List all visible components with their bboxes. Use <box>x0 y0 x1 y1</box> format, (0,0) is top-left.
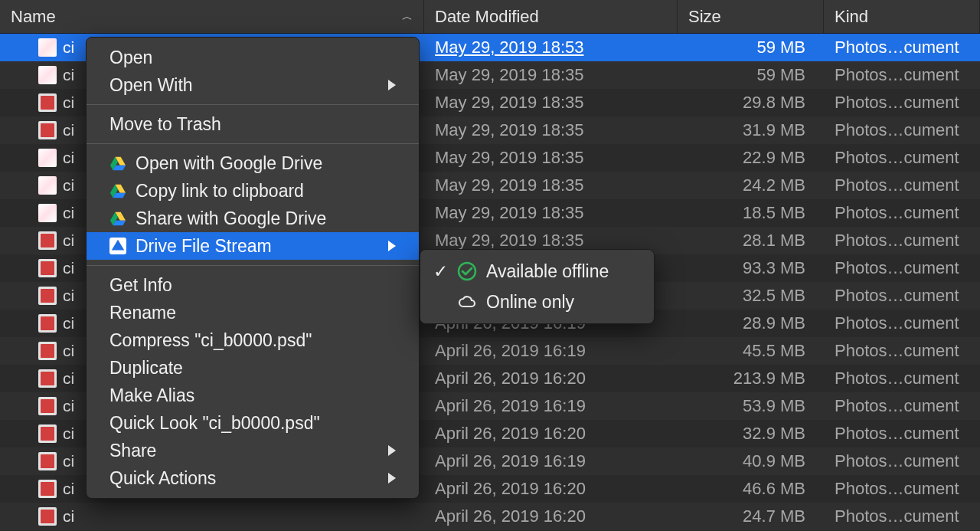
menu-make-alias-label: Make Alias <box>109 385 194 406</box>
file-date-cell: May 29, 2019 18:53 <box>424 34 678 61</box>
column-header-name[interactable]: Name ︿ <box>0 0 424 33</box>
file-kind-cell: Photos…cument <box>824 116 980 144</box>
file-kind-label: Photos…cument <box>835 93 959 113</box>
file-date-label: May 29, 2019 18:35 <box>435 120 583 140</box>
file-kind-cell: Photos…cument <box>824 310 980 337</box>
file-size-cell: 46.6 MB <box>678 475 824 503</box>
file-name-label: ci <box>63 149 74 167</box>
menu-move-to-trash[interactable]: Move to Trash <box>87 110 419 138</box>
menu-open[interactable]: Open <box>87 44 419 71</box>
menu-drive-file-stream[interactable]: Drive File Stream <box>87 232 419 260</box>
submenu-arrow-icon <box>388 241 396 251</box>
file-kind-label: Photos…cument <box>835 175 959 195</box>
cloud-icon <box>457 292 477 312</box>
submenu-available-offline[interactable]: ✓ Available offline <box>420 256 654 287</box>
file-kind-cell: Photos…cument <box>824 447 980 475</box>
file-date-cell: May 29, 2019 18:35 <box>424 172 678 199</box>
menu-open-with[interactable]: Open With <box>87 71 419 99</box>
column-header-kind[interactable]: Kind <box>824 0 980 33</box>
menu-duplicate[interactable]: Duplicate <box>87 354 419 382</box>
menu-duplicate-label: Duplicate <box>109 358 183 379</box>
file-name-cell: ci <box>0 503 424 530</box>
file-thumbnail-icon <box>38 231 57 250</box>
file-thumbnail-icon <box>38 149 57 167</box>
checkmark-icon: ✓ <box>433 261 448 282</box>
column-header-date[interactable]: Date Modified <box>424 0 678 33</box>
menu-copy-link-label: Copy link to clipboard <box>136 181 304 202</box>
file-kind-label: Photos…cument <box>835 148 959 168</box>
menu-quick-look[interactable]: Quick Look "ci_b0000.psd" <box>87 409 419 437</box>
column-header-name-label: Name <box>11 7 56 27</box>
menu-quick-look-label: Quick Look "ci_b0000.psd" <box>109 413 320 434</box>
submenu-online-only[interactable]: Online only <box>420 287 654 317</box>
file-date-cell: May 29, 2019 18:35 <box>424 116 678 144</box>
file-size-cell: 32.5 MB <box>678 282 824 310</box>
file-size-label: 46.6 MB <box>743 479 805 499</box>
file-kind-label: Photos…cument <box>835 451 959 471</box>
file-name-label: ci <box>63 452 74 470</box>
file-kind-cell: Photos…cument <box>824 337 980 365</box>
file-size-cell: 24.7 MB <box>678 503 824 530</box>
menu-quick-actions[interactable]: Quick Actions <box>87 464 419 492</box>
file-kind-label: Photos…cument <box>835 369 959 388</box>
file-kind-label: Photos…cument <box>835 313 959 333</box>
menu-share-label: Share <box>109 441 156 461</box>
file-kind-label: Photos…cument <box>835 38 959 57</box>
file-size-label: 45.5 MB <box>743 341 805 361</box>
file-kind-cell: Photos…cument <box>824 365 980 392</box>
menu-make-alias[interactable]: Make Alias <box>87 382 419 409</box>
file-thumbnail-icon <box>38 259 57 277</box>
submenu-available-offline-label: Available offline <box>486 261 609 282</box>
file-kind-label: Photos…cument <box>835 479 959 499</box>
file-date-label: May 29, 2019 18:35 <box>435 148 583 168</box>
file-date-cell: May 29, 2019 18:35 <box>424 199 678 227</box>
google-drive-icon <box>109 210 126 227</box>
file-thumbnail-icon <box>38 314 57 333</box>
file-size-label: 18.5 MB <box>743 203 805 223</box>
file-size-label: 53.9 MB <box>743 396 805 416</box>
file-date-label: April 26, 2019 16:20 <box>435 369 586 388</box>
file-name-label: ci <box>63 38 74 57</box>
file-size-cell: 93.3 MB <box>678 254 824 282</box>
file-size-cell: 59 MB <box>678 61 824 89</box>
menu-open-google-drive-label: Open with Google Drive <box>136 153 322 174</box>
svg-point-9 <box>459 263 475 280</box>
file-kind-cell: Photos…cument <box>824 503 980 530</box>
drive-file-stream-submenu: ✓ Available offline Online only <box>420 249 655 324</box>
menu-separator <box>87 143 419 144</box>
file-thumbnail-icon <box>38 38 57 57</box>
menu-copy-link[interactable]: Copy link to clipboard <box>87 177 419 205</box>
file-date-cell: April 26, 2019 16:20 <box>424 475 678 503</box>
file-size-cell: 40.9 MB <box>678 447 824 475</box>
file-kind-cell: Photos…cument <box>824 254 980 282</box>
menu-rename[interactable]: Rename <box>87 299 419 326</box>
file-name-label: ci <box>63 397 74 415</box>
column-header-size-label: Size <box>688 7 721 27</box>
menu-open-google-drive[interactable]: Open with Google Drive <box>87 149 419 177</box>
file-size-label: 29.8 MB <box>743 93 805 113</box>
column-header-size[interactable]: Size <box>678 0 824 33</box>
file-kind-label: Photos…cument <box>835 203 959 223</box>
file-date-label: April 26, 2019 16:20 <box>435 479 586 499</box>
file-date-cell: May 29, 2019 18:35 <box>424 89 678 116</box>
file-kind-cell: Photos…cument <box>824 172 980 199</box>
file-thumbnail-icon <box>38 93 57 112</box>
file-kind-cell: Photos…cument <box>824 199 980 227</box>
menu-rename-label: Rename <box>109 303 176 323</box>
file-date-label: May 29, 2019 18:35 <box>435 93 583 113</box>
file-date-label: April 26, 2019 16:19 <box>435 451 586 471</box>
menu-share[interactable]: Share <box>87 437 419 464</box>
menu-separator <box>87 265 419 266</box>
file-date-label: April 26, 2019 16:19 <box>435 341 586 361</box>
menu-share-google-drive[interactable]: Share with Google Drive <box>87 205 419 232</box>
menu-drive-file-stream-label: Drive File Stream <box>136 236 272 257</box>
menu-get-info[interactable]: Get Info <box>87 271 419 299</box>
table-row[interactable]: ci April 26, 2019 16:20 24.7 MB Photos…c… <box>0 503 980 530</box>
file-kind-cell: Photos…cument <box>824 89 980 116</box>
file-date-cell: May 29, 2019 18:35 <box>424 61 678 89</box>
file-kind-label: Photos…cument <box>835 258 959 278</box>
file-size-label: 32.9 MB <box>743 424 805 444</box>
file-size-cell: 53.9 MB <box>678 392 824 420</box>
file-kind-label: Photos…cument <box>835 231 959 251</box>
menu-compress[interactable]: Compress "ci_b0000.psd" <box>87 326 419 354</box>
